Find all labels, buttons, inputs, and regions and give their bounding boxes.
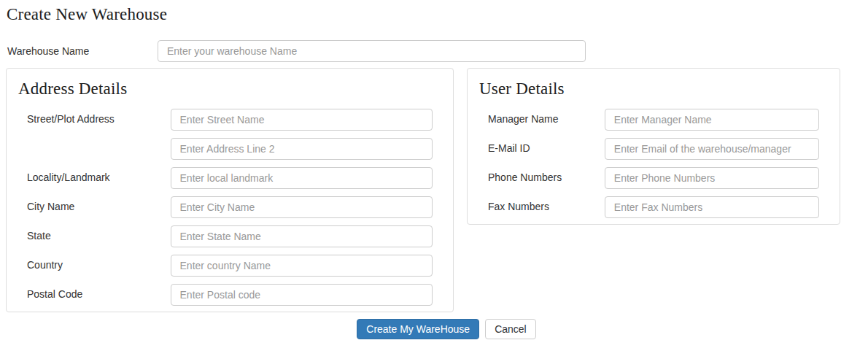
form-actions: Create My WareHouse Cancel bbox=[18, 319, 868, 339]
user-details-panel: User Details Manager Name E-Mail ID Phon… bbox=[467, 68, 840, 225]
state-label: State bbox=[18, 225, 171, 242]
warehouse-name-input[interactable] bbox=[158, 40, 586, 62]
locality-label: Locality/Landmark bbox=[18, 167, 171, 183]
manager-name-row: Manager Name bbox=[478, 109, 829, 131]
postal-code-label: Postal Code bbox=[18, 284, 171, 300]
create-warehouse-page: Create New Warehouse Warehouse Name Addr… bbox=[0, 0, 868, 339]
manager-name-input[interactable] bbox=[605, 109, 819, 131]
country-input[interactable] bbox=[171, 255, 433, 277]
street-address-label: Street/Plot Address bbox=[18, 109, 171, 125]
phone-numbers-label: Phone Numbers bbox=[478, 167, 605, 183]
phone-numbers-input[interactable] bbox=[605, 167, 819, 189]
address-details-panel: Address Details Street/Plot Address Loca… bbox=[6, 68, 454, 312]
fax-numbers-label: Fax Numbers bbox=[478, 196, 605, 212]
warehouse-name-label: Warehouse Name bbox=[7, 45, 158, 57]
street-address-row: Street/Plot Address bbox=[18, 109, 442, 131]
state-input[interactable] bbox=[171, 225, 433, 247]
locality-input[interactable] bbox=[171, 167, 433, 189]
state-row: State bbox=[18, 225, 442, 247]
fax-numbers-row: Fax Numbers bbox=[478, 196, 829, 218]
user-details-title: User Details bbox=[479, 80, 829, 98]
address-line2-input[interactable] bbox=[171, 138, 433, 160]
cancel-button[interactable]: Cancel bbox=[485, 319, 536, 339]
city-input[interactable] bbox=[171, 196, 433, 218]
postal-code-input[interactable] bbox=[171, 284, 433, 306]
fax-numbers-input[interactable] bbox=[605, 196, 819, 218]
street-name-input[interactable] bbox=[171, 109, 433, 131]
page-title: Create New Warehouse bbox=[7, 4, 862, 24]
city-label: City Name bbox=[18, 196, 171, 212]
country-label: Country bbox=[18, 255, 171, 271]
country-row: Country bbox=[18, 255, 442, 277]
postal-code-row: Postal Code bbox=[18, 284, 442, 306]
address-line2-label bbox=[18, 138, 171, 142]
address-line2-row bbox=[18, 138, 442, 160]
manager-name-label: Manager Name bbox=[478, 109, 605, 125]
email-label: E-Mail ID bbox=[478, 138, 605, 154]
address-details-title: Address Details bbox=[18, 80, 442, 98]
create-warehouse-button[interactable]: Create My WareHouse bbox=[357, 319, 479, 339]
city-row: City Name bbox=[18, 196, 442, 218]
email-row: E-Mail ID bbox=[478, 138, 829, 160]
warehouse-name-row: Warehouse Name bbox=[7, 40, 862, 62]
email-input[interactable] bbox=[605, 138, 819, 160]
locality-row: Locality/Landmark bbox=[18, 167, 442, 189]
form-panels: Address Details Street/Plot Address Loca… bbox=[6, 68, 862, 312]
phone-numbers-row: Phone Numbers bbox=[478, 167, 829, 189]
